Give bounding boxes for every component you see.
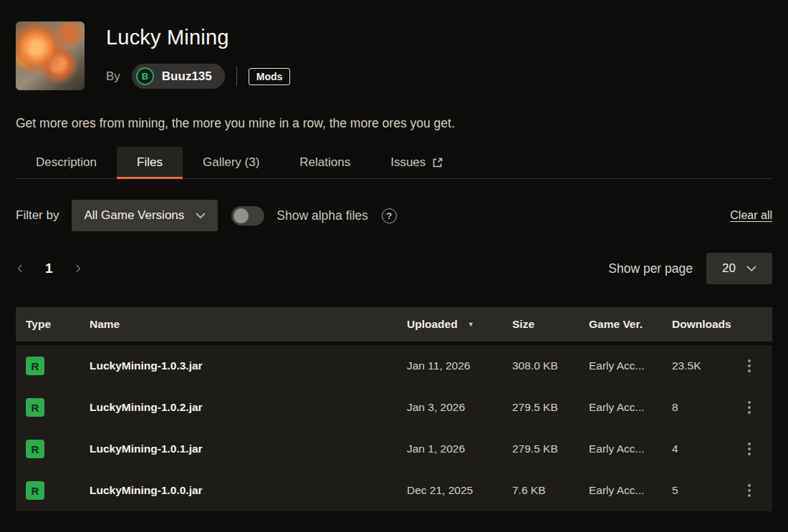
table-row[interactable]: R LuckyMining-1.0.3.jar Jan 11, 2026 308… (16, 345, 772, 387)
col-downloads: Downloads (672, 318, 741, 331)
page-number[interactable]: 1 (45, 261, 53, 276)
byline: By B Buuz135 Mods (106, 64, 290, 89)
file-uploaded: Jan 11, 2026 (407, 359, 512, 372)
col-name: Name (90, 318, 407, 331)
external-link-icon (432, 157, 443, 168)
table-header: Type Name Uploaded ▼ Size Game Ver. Down… (16, 307, 772, 342)
mod-page: Lucky Mining By B Buuz135 Mods Get more … (0, 0, 788, 511)
author-name: Buuz135 (162, 69, 212, 84)
tab-description[interactable]: Description (16, 147, 117, 178)
filter-bar: Filter by All Game Versions Show alpha f… (16, 200, 772, 231)
tab-gallery[interactable]: Gallery (3) (183, 147, 279, 178)
mod-header: Lucky Mining By B Buuz135 Mods (16, 21, 772, 90)
game-version-dropdown[interactable]: All Game Versions (72, 200, 218, 231)
file-size: 308.0 KB (512, 359, 589, 372)
file-size: 279.5 KB (512, 401, 589, 414)
file-downloads: 4 (672, 442, 741, 455)
file-name[interactable]: LuckyMining-1.0.1.jar (90, 442, 407, 455)
file-name[interactable]: LuckyMining-1.0.3.jar (90, 359, 407, 372)
chevron-down-icon (746, 266, 756, 272)
release-type-badge: R (26, 398, 44, 417)
tab-files[interactable]: Files (117, 147, 183, 178)
col-size: Size (512, 318, 589, 331)
per-page-value: 20 (722, 261, 736, 276)
tab-bar: Description Files Gallery (3) Relations … (16, 147, 772, 179)
file-size: 279.5 KB (512, 442, 589, 455)
author-link[interactable]: B Buuz135 (132, 64, 225, 89)
table-row[interactable]: R LuckyMining-1.0.0.jar Dec 21, 2025 7.6… (16, 470, 772, 511)
file-game-ver: Early Acc... (589, 442, 672, 455)
sort-desc-icon: ▼ (468, 321, 474, 328)
prev-page-icon[interactable] (16, 262, 24, 275)
show-alpha-toggle[interactable] (231, 206, 264, 226)
release-type-badge: R (26, 481, 44, 500)
file-uploaded: Jan 3, 2026 (407, 401, 512, 414)
chevron-down-icon (196, 213, 206, 219)
file-name[interactable]: LuckyMining-1.0.2.jar (90, 401, 407, 414)
game-version-value: All Game Versions (84, 208, 184, 223)
file-size: 7.6 KB (512, 484, 589, 497)
per-page-dropdown[interactable]: 20 (706, 253, 772, 284)
file-name[interactable]: LuckyMining-1.0.0.jar (90, 484, 407, 497)
toggle-knob (234, 208, 249, 223)
help-icon[interactable]: ? (382, 208, 397, 223)
file-game-ver: Early Acc... (589, 401, 672, 414)
row-menu-icon[interactable] (741, 395, 758, 420)
release-type-badge: R (26, 357, 44, 375)
col-uploaded[interactable]: Uploaded ▼ (407, 318, 512, 331)
file-downloads: 5 (672, 484, 741, 497)
row-menu-icon[interactable] (741, 354, 758, 378)
col-game-ver: Game Ver. (589, 318, 672, 331)
clear-all-link[interactable]: Clear all (730, 209, 772, 222)
file-downloads: 8 (672, 401, 741, 414)
file-uploaded: Jan 1, 2026 (407, 442, 512, 455)
table-row[interactable]: R LuckyMining-1.0.2.jar Jan 3, 2026 279.… (16, 387, 772, 428)
by-label: By (106, 69, 120, 84)
show-alpha-label: Show alpha files (277, 208, 367, 223)
tab-relations[interactable]: Relations (279, 147, 370, 178)
mod-summary: Get more ores from mining, the more you … (16, 116, 772, 131)
row-menu-icon[interactable] (741, 437, 758, 461)
show-per-page-label: Show per page (608, 261, 693, 276)
file-game-ver: Early Acc... (589, 359, 672, 372)
file-game-ver: Early Acc... (589, 484, 672, 497)
row-menu-icon[interactable] (741, 478, 758, 503)
page-title: Lucky Mining (106, 26, 290, 49)
table-row[interactable]: R LuckyMining-1.0.1.jar Jan 1, 2026 279.… (16, 428, 772, 470)
col-type: Type (26, 318, 90, 331)
release-type-badge: R (26, 440, 44, 458)
files-table: Type Name Uploaded ▼ Size Game Ver. Down… (16, 307, 772, 511)
category-badge-mods[interactable]: Mods (249, 68, 291, 85)
author-avatar: B (136, 67, 154, 85)
file-downloads: 23.5K (672, 359, 741, 372)
byline-divider (236, 67, 237, 86)
tab-issues[interactable]: Issues (370, 147, 463, 178)
file-uploaded: Dec 21, 2025 (407, 484, 512, 497)
table-body: R LuckyMining-1.0.3.jar Jan 11, 2026 308… (16, 345, 772, 511)
mod-thumbnail (16, 21, 85, 90)
next-page-icon[interactable] (75, 262, 82, 275)
filter-by-label: Filter by (16, 208, 59, 223)
pagination-bar: 1 Show per page 20 (16, 253, 772, 284)
